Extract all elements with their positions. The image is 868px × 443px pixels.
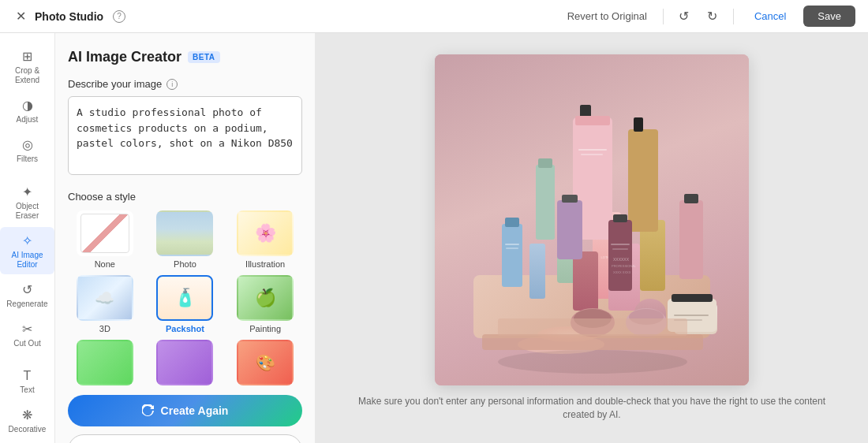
style-3d[interactable]: ☁️ 3D bbox=[68, 275, 142, 333]
style-art1[interactable] bbox=[68, 340, 142, 389]
style-thumb-3d: ☁️ bbox=[77, 275, 133, 321]
bottle-icon: 🧴 bbox=[174, 288, 196, 308]
style-name-photo: Photo bbox=[174, 259, 196, 269]
tube-blue bbox=[529, 244, 545, 299]
redo-button[interactable]: ↻ bbox=[702, 6, 724, 28]
style-name-packshot: Packshot bbox=[166, 324, 204, 333]
style-grid: None Photo 🌸 Illustration ☁️ 3D bbox=[68, 210, 302, 389]
describe-textarea[interactable] bbox=[68, 96, 302, 175]
info-icon[interactable]: i bbox=[166, 79, 178, 90]
bottle-pink-med bbox=[608, 244, 640, 311]
use-image-button[interactable]: Use Image bbox=[68, 434, 302, 443]
style-thumb-art3: 🎨 bbox=[237, 340, 294, 385]
save-button[interactable]: Save bbox=[803, 6, 855, 27]
icon-nav: ⊞ Crop & Extend ◑ Adjust ◎ Filters ✦ Obj… bbox=[0, 33, 55, 443]
sidebar-item-crop[interactable]: ⊞ Crop & Extend bbox=[0, 43, 54, 90]
style-art2[interactable] bbox=[148, 340, 223, 389]
style-art3[interactable]: 🎨 bbox=[228, 340, 302, 389]
style-thumb-art1 bbox=[77, 340, 133, 385]
style-name-painting: Painting bbox=[249, 324, 281, 333]
bottle-gold bbox=[640, 220, 665, 291]
style-name-3d: 3D bbox=[99, 324, 110, 333]
beta-badge: BETA bbox=[188, 51, 219, 63]
jar-small bbox=[634, 299, 666, 326]
divider bbox=[663, 9, 664, 24]
style-thumb-packshot: 🧴 bbox=[156, 275, 213, 321]
style-thumb-photo bbox=[156, 210, 213, 256]
panel-title: AI Image Creator bbox=[68, 49, 181, 65]
help-icon[interactable]: ? bbox=[113, 10, 125, 23]
sidebar-item-regenerate[interactable]: ↺ Regenerate bbox=[0, 276, 54, 314]
divider2 bbox=[733, 9, 734, 24]
apple-icon: 🍏 bbox=[255, 288, 276, 308]
sidebar-item-object-eraser[interactable]: ✦ Object Eraser bbox=[0, 178, 54, 225]
style-thumb-illustration: 🌸 bbox=[237, 210, 294, 256]
style-name-none: None bbox=[95, 259, 115, 269]
sidebar-item-cut-out[interactable]: ✂ Cut Out bbox=[0, 315, 54, 353]
style-painting[interactable]: 🍏 Painting bbox=[228, 275, 302, 333]
sidebar-item-ai-image-editor[interactable]: ✧ AI Image Editor bbox=[0, 227, 54, 274]
product-scene: LOTION bbox=[435, 54, 749, 385]
sidebar-item-text[interactable]: T Text bbox=[0, 363, 54, 400]
close-button[interactable]: ✕ bbox=[13, 9, 28, 24]
describe-label: Describe your image i bbox=[68, 78, 302, 90]
style-illustration[interactable]: 🌸 Illustration bbox=[228, 210, 302, 269]
app-title: Photo Studio bbox=[35, 10, 103, 23]
decorative-icon: ❋ bbox=[22, 408, 32, 423]
jar-cream bbox=[674, 303, 717, 334]
canvas-area: LOTION bbox=[316, 33, 868, 443]
cloud-icon: ☁️ bbox=[95, 289, 114, 307]
style-none[interactable]: None bbox=[68, 210, 142, 269]
canvas-footer: Make sure you don't enter any personal i… bbox=[355, 395, 829, 422]
ai-panel: AI Image Creator BETA Describe your imag… bbox=[55, 33, 316, 443]
create-again-button[interactable]: Create Again bbox=[68, 395, 302, 426]
style-name-illustration: Illustration bbox=[245, 259, 285, 269]
style-packshot[interactable]: 🧴 Packshot bbox=[148, 275, 223, 333]
refresh-icon bbox=[142, 404, 155, 417]
style-thumb-art2 bbox=[156, 340, 213, 385]
object-eraser-icon: ✦ bbox=[22, 184, 32, 199]
topbar: ✕ Photo Studio ? Revert to Original ↺ ↻ … bbox=[0, 0, 868, 33]
canvas-image: LOTION bbox=[435, 54, 749, 385]
sidebar-item-decorative[interactable]: ❋ Decorative bbox=[0, 401, 54, 439]
panel-header: AI Image Creator BETA bbox=[68, 49, 302, 65]
main-content: ⊞ Crop & Extend ◑ Adjust ◎ Filters ✦ Obj… bbox=[0, 33, 868, 443]
sidebar-item-filters[interactable]: ◎ Filters bbox=[0, 131, 54, 169]
cut-out-icon: ✂ bbox=[22, 322, 32, 337]
undo-button[interactable]: ↺ bbox=[673, 6, 695, 28]
bottle-dark-pink bbox=[573, 251, 598, 311]
revert-button[interactable]: Revert to Original bbox=[561, 7, 653, 25]
adjust-icon: ◑ bbox=[22, 98, 33, 113]
style-thumb-painting: 🍏 bbox=[237, 275, 294, 321]
style-label: Choose a style bbox=[68, 191, 302, 203]
text-icon: T bbox=[24, 369, 32, 383]
ai-image-editor-icon: ✧ bbox=[22, 233, 32, 248]
regenerate-icon: ↺ bbox=[22, 282, 32, 297]
cancel-button[interactable]: Cancel bbox=[743, 6, 797, 27]
style-thumb-none bbox=[77, 210, 133, 256]
sidebar-item-adjust[interactable]: ◑ Adjust bbox=[0, 91, 54, 129]
crop-icon: ⊞ bbox=[22, 49, 32, 64]
filters-icon: ◎ bbox=[22, 137, 33, 152]
style-photo[interactable]: Photo bbox=[148, 210, 223, 269]
